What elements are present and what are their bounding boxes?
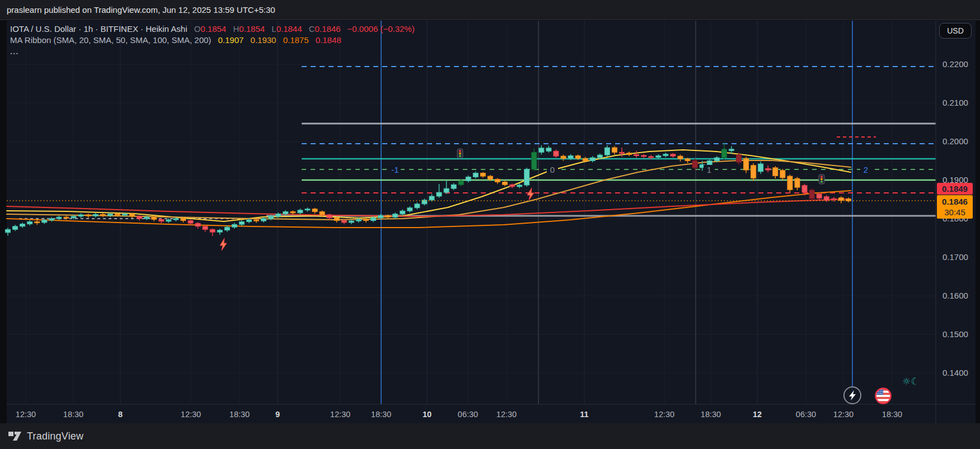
- range-label[interactable]: 0: [550, 165, 555, 174]
- candle-body: [466, 177, 471, 181]
- candle-body: [604, 148, 609, 155]
- candle-body: [744, 158, 749, 170]
- time-tick-label: 18:30: [701, 410, 721, 419]
- collapsed-indicator-ellipsis[interactable]: ...: [10, 46, 415, 56]
- candle-body: [751, 166, 756, 178]
- candle-body: [203, 226, 208, 230]
- candle-body: [378, 215, 383, 218]
- sma-line: [7, 191, 851, 228]
- sun-moon-icon[interactable]: ☼☾: [902, 376, 919, 387]
- tradingview-logo-icon[interactable]: TradingView: [8, 431, 83, 442]
- candle-body: [188, 220, 193, 223]
- candle-body: [174, 219, 179, 220]
- candle-body: [583, 158, 588, 160]
- candle-body: [685, 159, 690, 160]
- publish-info-bar: praslearn published on TradingView.com, …: [0, 0, 980, 20]
- candle-body: [407, 208, 412, 211]
- candle-body: [634, 154, 639, 155]
- heikin-ashi-candles[interactable]: [6, 143, 851, 236]
- candle-countdown-text: 30:45: [944, 207, 965, 217]
- candle-body: [612, 148, 617, 152]
- candle-body: [312, 209, 317, 212]
- currency-toggle-button[interactable]: USD: [939, 23, 972, 39]
- time-tick-label: 11: [580, 410, 588, 419]
- lightning-bolt-marker[interactable]: [527, 188, 534, 200]
- usa-flag-circle-icon[interactable]: [876, 389, 891, 404]
- candle-body: [503, 182, 508, 185]
- candle-body: [444, 188, 449, 192]
- ohlc-close-value: 0.1846: [315, 24, 341, 34]
- traffic-light-marker[interactable]: [457, 149, 463, 158]
- last-price-badge-text: 0.1849: [942, 184, 968, 193]
- candle-body: [802, 186, 807, 192]
- candle-body: [239, 222, 244, 225]
- traffic-light-red: [459, 150, 461, 152]
- candle-body: [386, 215, 391, 217]
- lightning-circle-icon[interactable]: [844, 387, 861, 404]
- price-chart-canvas[interactable]: -10120.22000.21000.20000.19000.18000.170…: [0, 0, 980, 449]
- candle-body: [824, 197, 829, 201]
- candle-body: [107, 214, 112, 216]
- traffic-light-amber: [820, 178, 823, 181]
- sma200-value: 0.1848: [316, 35, 341, 45]
- time-axis[interactable]: 12:3018:30812:3018:30912:3018:301006:301…: [16, 410, 902, 419]
- candle-body: [649, 157, 654, 158]
- time-tick-label: 12:30: [330, 410, 350, 419]
- range-label[interactable]: 2: [864, 165, 868, 174]
- time-tick-label: 12:30: [16, 410, 36, 419]
- candle-body: [524, 169, 529, 185]
- tradingview-brand-text[interactable]: TradingView: [27, 431, 83, 442]
- price-tick-label: 0.1400: [943, 368, 968, 377]
- range-label[interactable]: -1: [391, 165, 398, 174]
- candle-body: [517, 185, 522, 187]
- indicator-legend-row[interactable]: MA Ribbon (SMA, 20, SMA, 50, SMA, 100, S…: [10, 35, 415, 45]
- candle-body: [305, 209, 310, 210]
- candle-body: [283, 212, 288, 214]
- symbol-title: IOTA / U.S. Dollar · 1h · BITFINEX · Hei…: [10, 24, 187, 34]
- candle-body: [71, 216, 76, 218]
- candle-body: [620, 152, 625, 153]
- traffic-light-green: [459, 155, 461, 157]
- price-tick-label: 0.1700: [943, 252, 968, 262]
- candle-body: [86, 215, 91, 216]
- candle-body: [334, 218, 339, 221]
- candle-body: [356, 219, 361, 221]
- price-tick-label: 0.2000: [943, 136, 968, 146]
- candle-body: [137, 216, 142, 219]
- range-label[interactable]: 1: [707, 165, 711, 174]
- ohlc-close-label: C: [309, 24, 315, 34]
- candle-body: [363, 219, 368, 220]
- candle-body: [130, 214, 135, 216]
- candle-body: [510, 185, 515, 186]
- candle-body: [6, 229, 11, 233]
- candle-body: [349, 221, 354, 223]
- candle-body: [393, 214, 398, 218]
- ohlc-high-value: 0.1854: [239, 24, 265, 34]
- candle-body: [217, 230, 222, 232]
- candle-body: [766, 168, 771, 170]
- candle-body: [144, 217, 149, 219]
- symbol-legend-row[interactable]: IOTA / U.S. Dollar · 1h · BITFINEX · Hei…: [10, 23, 415, 34]
- candle-body: [232, 224, 237, 227]
- candle-body: [152, 217, 157, 219]
- candle-body: [554, 151, 559, 156]
- candle-body: [656, 156, 661, 158]
- traffic-light-marker[interactable]: [819, 174, 824, 184]
- candle-body: [27, 222, 32, 224]
- candle-body: [20, 224, 25, 226]
- candle-body: [451, 185, 456, 188]
- traffic-light-red: [820, 176, 823, 178]
- candle-body: [539, 148, 544, 153]
- lightning-bolt-marker[interactable]: [220, 238, 227, 251]
- ohlc-open-label: O: [194, 24, 201, 34]
- candle-body: [707, 161, 712, 165]
- candle-body: [400, 211, 405, 214]
- candle-body: [773, 168, 778, 176]
- time-tick-label: 12:30: [181, 410, 201, 419]
- candle-body: [795, 178, 800, 187]
- candle-body: [737, 154, 742, 162]
- candle-body: [57, 217, 62, 219]
- candle-body: [64, 217, 69, 218]
- candle-body: [546, 148, 551, 152]
- candle-body: [269, 216, 274, 219]
